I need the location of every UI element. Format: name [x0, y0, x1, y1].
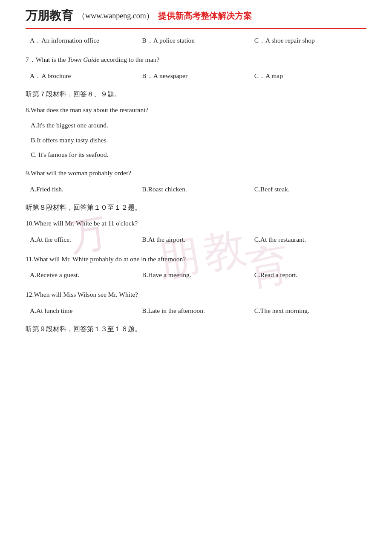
- q11-option-a: A.Receive a guest.: [30, 269, 142, 281]
- q8-option-a: A.It's the biggest one around.: [26, 120, 366, 131]
- q12-block: 12.When will Miss Wilson see Mr. White? …: [26, 289, 366, 317]
- q7-options-row: A．A brochure B．A newspaper C．A map: [26, 69, 366, 82]
- section9-label: 听第９段材料，回答第１３至１６题。: [26, 325, 366, 334]
- q12-text: 12.When will Miss Wilson see Mr. White?: [26, 289, 366, 300]
- q7-italic: Town Guide: [67, 56, 99, 63]
- q12-option-b: B.Late in the afternoon.: [142, 304, 254, 317]
- q6-options-block: A．An information office B．A police stati…: [26, 34, 366, 47]
- q8-option-c: C. It's famous for its seafood.: [26, 149, 366, 160]
- q10-option-c: C.At the restaurant.: [254, 233, 366, 246]
- q12-option-a: A.At lunch time: [30, 304, 142, 317]
- q10-block: 10.Where will Mr. White be at 11 o'clock…: [26, 218, 366, 246]
- logo-text: 万朋教育: [26, 8, 73, 24]
- q7-option-c: C．A map: [254, 69, 366, 82]
- q12-option-c: C.The next morning.: [254, 304, 366, 317]
- q7-block: 7．What is the Town Guide according to th…: [26, 55, 366, 82]
- q11-block: 11.What will Mr. White probably do at on…: [26, 254, 366, 282]
- q9-block: 9.What will the woman probably order? A.…: [26, 168, 366, 196]
- q9-option-a: A.Fried fish.: [30, 183, 142, 196]
- q11-option-c: C.Read a report.: [254, 269, 366, 281]
- q7-option-a: A．A brochure: [30, 69, 142, 82]
- q9-text: 9.What will the woman probably order?: [26, 168, 366, 179]
- q11-text: 11.What will Mr. White probably do at on…: [26, 254, 366, 265]
- header-url: （www.wanpeng.com）: [78, 11, 154, 21]
- q6-option-c: C．A shoe repair shop: [254, 34, 366, 47]
- q9-options-row: A.Fried fish. B.Roast chicken. C.Beef st…: [26, 183, 366, 196]
- q10-options-row: A.At the office. B.At the airport. C.At …: [26, 233, 366, 246]
- page-header: 万朋教育 （www.wanpeng.com） 提供新高考整体解决方案: [0, 0, 392, 28]
- section8-label: 听第８段材料，回答第１０至１２题。: [26, 203, 366, 212]
- q6-options-row: A．An information office B．A police stati…: [26, 34, 366, 47]
- q10-option-b: B.At the airport.: [142, 233, 254, 246]
- header-slogan: 提供新高考整体解决方案: [158, 10, 252, 22]
- q10-option-a: A.At the office.: [30, 233, 142, 246]
- q11-option-b: B.Have a meeting.: [142, 269, 254, 281]
- q8-option-b: B.It offers many tasty dishes.: [26, 135, 366, 146]
- q11-options-row: A.Receive a guest. B.Have a meeting. C.R…: [26, 269, 366, 281]
- q8-text: 8.What does the man say about the restau…: [26, 105, 366, 116]
- q6-option-a: A．An information office: [30, 34, 142, 47]
- section7-label: 听第７段材料，回答８、９题。: [26, 90, 366, 99]
- q6-option-b: B．A police station: [142, 34, 254, 47]
- q9-option-c: C.Beef steak.: [254, 183, 366, 196]
- main-content: A．An information office B．A police stati…: [0, 29, 392, 348]
- q12-options-row: A.At lunch time B.Late in the afternoon.…: [26, 304, 366, 317]
- q7-option-b: B．A newspaper: [142, 69, 254, 82]
- q9-option-b: B.Roast chicken.: [142, 183, 254, 196]
- q7-text: 7．What is the Town Guide according to th…: [26, 55, 366, 65]
- q10-text: 10.Where will Mr. White be at 11 o'clock…: [26, 218, 366, 229]
- q8-block: 8.What does the man say about the restau…: [26, 105, 366, 160]
